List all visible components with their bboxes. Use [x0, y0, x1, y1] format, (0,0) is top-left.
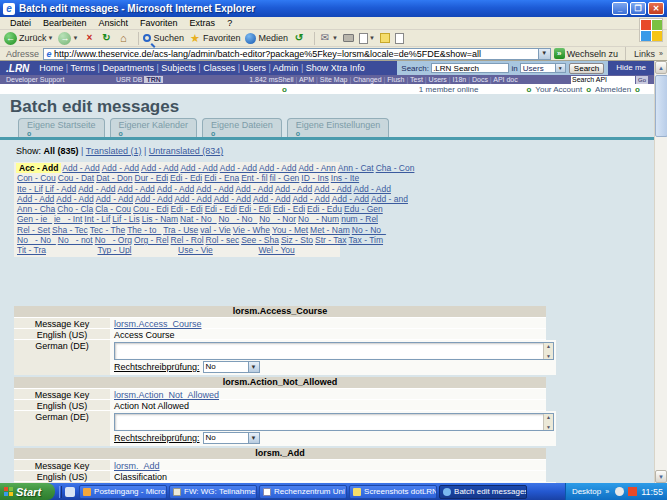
- taskbar-task[interactable]: Posteingang - Micros...: [79, 485, 167, 499]
- minimize-button[interactable]: _: [612, 2, 628, 15]
- mail-dropdown-icon[interactable]: ▼: [332, 35, 338, 41]
- media-button[interactable]: Medien: [245, 33, 288, 44]
- range-link[interactable]: You - Met: [271, 225, 309, 235]
- range-link[interactable]: Typ - Upl: [97, 245, 178, 255]
- search-button[interactable]: Suchen: [143, 33, 184, 43]
- message-key-link[interactable]: lorsm.Action_Not_Allowed: [114, 390, 219, 400]
- go-button[interactable]: » Wechseln zu: [554, 48, 618, 59]
- range-link[interactable]: Lis - Nam: [141, 214, 179, 224]
- nav-link-show-xtra-info[interactable]: Show Xtra Info: [298, 63, 364, 73]
- filter-untranslated[interactable]: Untranslated (834): [149, 146, 224, 156]
- range-link[interactable]: Nat - No_: [179, 214, 217, 224]
- range-link[interactable]: No_ - Num: [297, 214, 340, 224]
- mail-button[interactable]: ✉ ▼: [319, 32, 338, 44]
- range-link[interactable]: Gen - ie_: [16, 214, 53, 224]
- links-chevron-icon[interactable]: »: [659, 50, 663, 57]
- range-link[interactable]: Cho - Cla: [56, 204, 94, 214]
- range-link[interactable]: Use - Vie: [177, 245, 258, 255]
- range-link[interactable]: Rol - sec: [205, 235, 241, 245]
- forward-dropdown-icon[interactable]: ▼: [72, 35, 78, 41]
- dev-link-users[interactable]: Users: [423, 76, 447, 83]
- range-link[interactable]: Tit - Tra: [16, 245, 97, 255]
- menu-item-datei[interactable]: Datei: [4, 18, 37, 28]
- range-link[interactable]: Met - Nam: [309, 225, 351, 235]
- scroll-up-button[interactable]: ▲: [655, 61, 667, 74]
- range-link[interactable]: Edi - Edi: [169, 173, 203, 183]
- range-link[interactable]: Add - Add: [274, 184, 313, 194]
- spellcheck-select[interactable]: No▼: [203, 432, 260, 444]
- dev-link-site-map[interactable]: Site Map: [314, 76, 347, 83]
- range-link[interactable]: Dat - Don: [95, 173, 133, 183]
- nav-link-admin[interactable]: Admin: [266, 63, 298, 73]
- textarea-scrollbar[interactable]: ▲▼: [543, 414, 553, 430]
- range-link[interactable]: Dur - Edi: [134, 173, 170, 183]
- range-link[interactable]: Siz - Sto: [280, 235, 314, 245]
- dev-link-test[interactable]: Test: [404, 76, 422, 83]
- nav-link-subjects[interactable]: Subjects: [154, 63, 196, 73]
- site-search-input[interactable]: [431, 63, 509, 73]
- taskbar-task[interactable]: Rechenzentrum Uni K...: [259, 485, 347, 499]
- tab-eigene-dateien[interactable]: Eigene Dateieno: [202, 118, 282, 137]
- range-link[interactable]: Add - Add: [140, 163, 179, 173]
- range-link[interactable]: Add - Add: [134, 194, 173, 204]
- range-link[interactable]: Rel - Set: [16, 225, 51, 235]
- range-link[interactable]: Edu - Gen: [343, 204, 384, 214]
- range-link[interactable]: ie_ - Int: [53, 214, 83, 224]
- api-go-button[interactable]: Go: [636, 76, 648, 84]
- range-link[interactable]: Cou - Dat: [57, 173, 95, 183]
- print-button[interactable]: [343, 34, 354, 42]
- range-link[interactable]: Vie - Whe: [232, 225, 271, 235]
- message-key-link[interactable]: lorsm.Access_Course: [114, 319, 202, 329]
- range-link[interactable]: Ann - Cat: [337, 163, 375, 173]
- taskbar-task[interactable]: Batch edit messages ...: [439, 485, 527, 499]
- tab-eigene-einstellungen[interactable]: Eigene Einstellungeno: [287, 118, 390, 137]
- taskbar-task[interactable]: FW: WG: Teilnahme v...: [169, 485, 257, 499]
- range-link[interactable]: Edi - Edi: [170, 204, 204, 214]
- favorites-button[interactable]: ★ Favoriten: [189, 32, 241, 44]
- refresh-button[interactable]: ↻: [100, 32, 112, 44]
- range-link[interactable]: Ins - Ite: [330, 173, 360, 183]
- range-link[interactable]: Str - Tax: [314, 235, 348, 245]
- textarea-scroll-up-icon[interactable]: ▲: [544, 343, 553, 349]
- edit-dropdown-icon[interactable]: ▼: [369, 35, 375, 41]
- range-link[interactable]: Add - Add: [258, 163, 297, 173]
- dev-mode-trn[interactable]: TRN: [144, 76, 162, 83]
- taskbar-task[interactable]: Screenshots dotLRN...: [349, 485, 437, 499]
- tray-chevron-icon[interactable]: »: [605, 488, 609, 495]
- vertical-scrollbar[interactable]: ▲ ▼: [654, 61, 667, 483]
- range-link[interactable]: Add - Add: [173, 194, 212, 204]
- restore-button[interactable]: ❐: [630, 2, 646, 15]
- close-button[interactable]: ✕: [648, 2, 664, 15]
- stop-button[interactable]: ×: [83, 32, 95, 44]
- home-button[interactable]: ⌂: [117, 32, 129, 44]
- range-link[interactable]: Edi - Edi: [238, 204, 272, 214]
- spellcheck-select[interactable]: No▼: [203, 361, 260, 373]
- messenger-button[interactable]: [395, 33, 404, 44]
- textarea-scroll-up-icon[interactable]: ▲: [544, 414, 553, 420]
- desktop-toolbar-label[interactable]: Desktop: [572, 487, 601, 496]
- range-link[interactable]: Add - Add: [55, 194, 94, 204]
- german-textarea[interactable]: ▲▼: [114, 342, 554, 360]
- filter-translated[interactable]: Translated (1): [86, 146, 142, 156]
- menu-item-ansicht[interactable]: Ansicht: [93, 18, 135, 28]
- range-link[interactable]: fil - Gen: [269, 173, 301, 183]
- menu-item-favoriten[interactable]: Favoriten: [134, 18, 184, 28]
- nav-link-classes[interactable]: Classes: [196, 63, 235, 73]
- range-link[interactable]: Add - and: [370, 194, 409, 204]
- textarea-scroll-down-icon[interactable]: ▼: [544, 424, 553, 430]
- dev-link-api-doc[interactable]: API doc: [488, 76, 518, 83]
- tab-eigene-startseite[interactable]: Eigene Startseiteo: [18, 118, 105, 137]
- menu-item-bearbeiten[interactable]: Bearbeiten: [37, 18, 93, 28]
- range-link[interactable]: Ann - Cha: [16, 204, 56, 214]
- logout-link[interactable]: Abmelden: [595, 85, 631, 94]
- lrn-logo[interactable]: .LRN: [0, 63, 39, 74]
- range-link[interactable]: Add - Add: [156, 184, 195, 194]
- range-link[interactable]: Add - Add: [61, 163, 100, 173]
- menu-item-extras[interactable]: Extras: [184, 18, 222, 28]
- dev-link-shell[interactable]: Shell: [278, 76, 294, 83]
- range-link[interactable]: Edi - Edi: [204, 204, 238, 214]
- nav-link-terms[interactable]: Terms: [63, 63, 95, 73]
- dev-link-docs[interactable]: Docs: [466, 76, 488, 83]
- range-link[interactable]: Lif - Add: [44, 184, 77, 194]
- range-link[interactable]: Cha - Con: [375, 163, 416, 173]
